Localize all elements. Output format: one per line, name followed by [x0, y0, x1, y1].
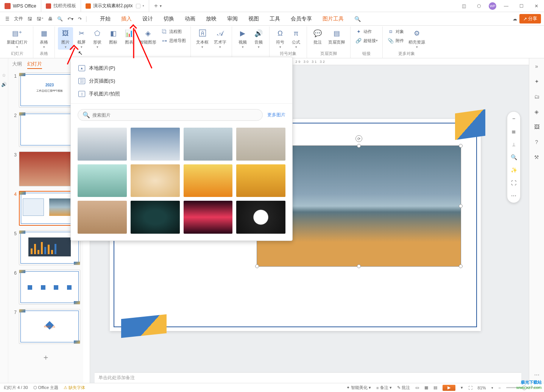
layout-icon[interactable]: ◫ — [456, 0, 471, 12]
thumb-6[interactable] — [19, 270, 80, 305]
sound-icon[interactable]: 🔊 — [1, 82, 7, 87]
symbol-button[interactable]: Ω符号▾ — [273, 27, 288, 50]
search-icon[interactable]: 🔍 — [349, 14, 366, 24]
notes-toggle[interactable]: ≡ 备注 ▾ — [376, 385, 391, 390]
img-result-4[interactable] — [236, 128, 285, 161]
resource-button[interactable]: ⚙稻壳资源▾ — [406, 27, 427, 50]
img-result-9[interactable] — [78, 201, 127, 234]
outline-tab[interactable]: 大纲 — [12, 61, 22, 69]
resize-handle-r[interactable] — [459, 204, 463, 208]
resize-handle-b[interactable] — [357, 264, 361, 268]
layers-icon[interactable]: ≣ — [509, 127, 518, 136]
tab-document[interactable]: 演示文稿素材2.pptx • — [81, 0, 149, 12]
attachment-button[interactable]: 📎附件 — [386, 36, 405, 45]
hyperlink-button[interactable]: 🔗超链接▾ — [354, 36, 379, 45]
magic-icon[interactable]: ✨ — [509, 166, 518, 175]
save-as-icon[interactable]: 🖫⁺ — [34, 15, 46, 23]
view-normal-icon[interactable]: ▭ — [415, 385, 419, 390]
resize-handle-bl[interactable] — [255, 264, 259, 268]
video-button[interactable]: ▶视频▾ — [235, 27, 250, 50]
more-images-link[interactable]: 更多图片 — [267, 112, 285, 118]
save-icon[interactable]: 🖫 — [25, 15, 34, 23]
search-float-icon[interactable]: 🔍 — [509, 153, 518, 162]
img-result-2[interactable] — [131, 128, 180, 161]
add-tab-button[interactable]: ＋▾ — [149, 2, 165, 10]
gallery-right-icon[interactable]: 🖼 — [533, 123, 541, 131]
more-float-icon[interactable]: ⋯ — [509, 191, 518, 200]
split-insert-item[interactable]: ⿲分页插图(S) — [71, 75, 292, 87]
tab-restore-icon[interactable] — [136, 4, 140, 8]
img-result-12[interactable] — [236, 201, 285, 234]
tab-templates[interactable]: 找稻壳模板 — [41, 0, 81, 12]
comment-toggle[interactable]: ✎ 批注 — [397, 385, 410, 390]
phone-image-item[interactable]: ▯手机图片/拍照 — [71, 87, 292, 100]
rotate-handle[interactable]: ⟳ — [355, 135, 362, 142]
star-icon[interactable]: ☆ — [2, 73, 6, 78]
local-image-item[interactable]: ▲本地图片(P) — [71, 62, 292, 75]
resize-handle-br[interactable] — [459, 264, 463, 268]
screenshot-button[interactable]: ✂截屏▾ — [74, 27, 89, 50]
tab-tools[interactable]: 工具 — [264, 13, 285, 25]
shape-button[interactable]: ⬠形状▾ — [90, 27, 105, 50]
zoom-level[interactable]: 81% — [478, 386, 486, 390]
star-right-icon[interactable]: ✦ — [533, 77, 541, 86]
object-button[interactable]: ⧈对象 — [386, 27, 405, 36]
add-slide-button[interactable]: ＋ — [11, 348, 80, 366]
thumb-7[interactable]: PART_01 — [19, 309, 80, 344]
tab-image-tools[interactable]: 图片工具 — [317, 13, 349, 25]
tab-transition[interactable]: 切换 — [158, 13, 179, 25]
smartart-button[interactable]: ◈智能图形 — [137, 27, 159, 50]
header-footer-button[interactable]: ▤页眉页脚 — [326, 27, 347, 46]
theme-indicator[interactable]: ⬡ Office 主题 — [33, 385, 59, 390]
notes-bar[interactable]: 单击此处添加备注 — [95, 372, 521, 383]
undo-icon[interactable]: ↶▾ — [65, 15, 76, 23]
tab-member[interactable]: 会员专享 — [285, 13, 317, 25]
img-result-3[interactable] — [184, 128, 233, 161]
image-search-box[interactable]: 🔍 — [78, 109, 263, 121]
minimize-button[interactable]: — — [499, 0, 514, 12]
tab-start[interactable]: 开始 — [95, 13, 116, 25]
zoom-out-float-icon[interactable]: − — [509, 114, 518, 123]
redo-icon[interactable]: ↷ — [76, 15, 84, 23]
more-right-icon[interactable]: ⋯ — [533, 371, 541, 379]
cube-icon[interactable]: ⬡ — [471, 0, 486, 12]
zoom-out-button[interactable]: − — [499, 386, 501, 390]
tools-right-icon[interactable]: ⚒ — [533, 153, 541, 161]
help-right-icon[interactable]: ? — [533, 138, 541, 146]
img-result-8[interactable] — [236, 164, 285, 197]
resize-handle-tr[interactable] — [459, 144, 463, 148]
tab-insert[interactable]: 插入 — [116, 13, 137, 25]
cloud-icon[interactable]: ☁ — [510, 15, 519, 23]
slideshow-button[interactable]: ▶ — [443, 385, 455, 391]
slideshow-dropdown[interactable]: ▾ — [461, 385, 463, 390]
wordart-button[interactable]: 𝒜艺术字▾ — [212, 27, 229, 50]
mindmap-button[interactable]: ⊶思维导图 — [159, 36, 187, 45]
resize-handle-t[interactable] — [357, 144, 361, 148]
maximize-button[interactable]: ☐ — [514, 0, 529, 12]
share-button[interactable]: ↗ 分享 — [519, 14, 541, 23]
new-slide-button[interactable]: ▤⁺新建幻灯片▾ — [5, 27, 30, 50]
file-menu[interactable]: 文件 — [12, 14, 25, 23]
tab-close-icon[interactable]: • — [143, 3, 144, 9]
shapes-right-icon[interactable]: ◈ — [533, 108, 541, 116]
close-button[interactable]: ✕ — [529, 0, 544, 12]
missing-font-warning[interactable]: ⚠ 缺失字体 — [64, 385, 85, 390]
present-icon[interactable]: ⛶ — [468, 386, 472, 390]
view-sorter-icon[interactable]: ▦ — [424, 385, 428, 390]
collapse-right-icon[interactable]: » — [533, 62, 541, 70]
icon-button[interactable]: ◧图标 — [106, 27, 121, 50]
img-result-11[interactable] — [184, 201, 233, 234]
user-avatar[interactable]: WP — [489, 2, 496, 10]
menu-icon[interactable]: ☰ — [3, 15, 12, 23]
formula-button[interactable]: π公式▾ — [288, 27, 304, 50]
tab-view[interactable]: 视图 — [243, 13, 264, 25]
image-search-input[interactable] — [92, 112, 258, 118]
image-button[interactable]: 🖼图片▾ — [58, 27, 73, 50]
table-button[interactable]: ▦表格▾ — [36, 27, 51, 50]
tab-animation[interactable]: 动画 — [179, 13, 201, 25]
textbox-button[interactable]: 🄰文本框▾ — [194, 27, 211, 50]
comment-button[interactable]: 💬批注 — [310, 27, 325, 46]
tab-review[interactable]: 审阅 — [222, 13, 243, 25]
action-button[interactable]: ✦动作 — [354, 27, 379, 36]
audio-button[interactable]: 🔊音频▾ — [251, 27, 266, 50]
